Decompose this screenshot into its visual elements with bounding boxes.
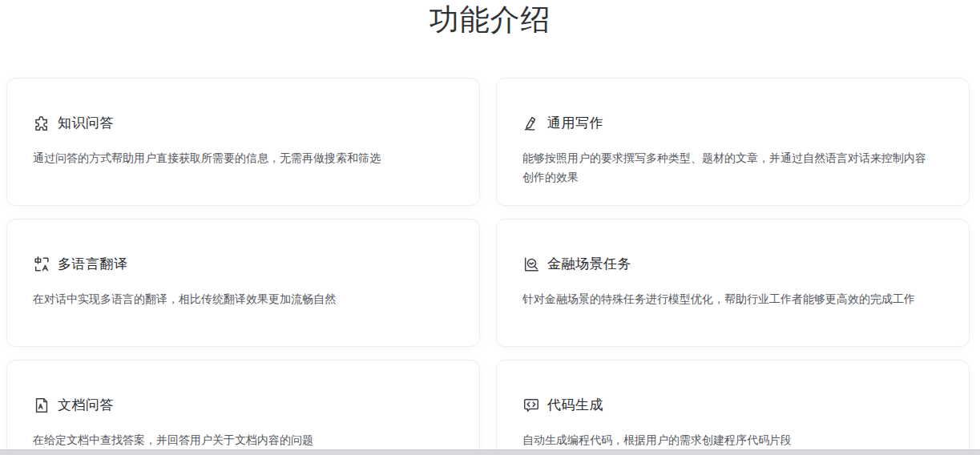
document-icon [33, 397, 50, 414]
card-title-row: 文档问答 [33, 396, 447, 414]
translate-icon [33, 256, 50, 273]
card-title-row: 知识问答 [33, 114, 447, 132]
card-title: 通用写作 [547, 114, 603, 132]
puzzle-icon [33, 115, 50, 132]
card-title-row: 金融场景任务 [522, 255, 937, 273]
card-title-row: 代码生成 [522, 396, 937, 414]
feature-card-finance-tasks: 金融场景任务 针对金融场景的特殊任务进行模型优化，帮助行业工作者能够更高效的完成… [496, 219, 970, 347]
card-title: 文档问答 [58, 396, 114, 414]
page-title: 功能介绍 [0, 0, 980, 40]
horizontal-scrollbar[interactable] [0, 449, 980, 455]
card-title-row: 通用写作 [522, 114, 937, 132]
card-title: 多语言翻译 [58, 255, 128, 273]
card-description: 在给定文档中查找答案，并回答用户关于文档内容的问题 [33, 430, 447, 449]
card-description: 自动生成编程代码，根据用户的需求创建程序代码片段 [522, 430, 937, 449]
code-icon [522, 397, 540, 414]
card-description: 针对金融场景的特殊任务进行模型优化，帮助行业工作者能够更高效的完成工作 [522, 289, 937, 308]
card-description: 在对话中实现多语言的翻译，相比传统翻译效果更加流畅自然 [33, 289, 447, 308]
card-title: 金融场景任务 [547, 255, 631, 273]
feature-card-knowledge-qa: 知识问答 通过问答的方式帮助用户直接获取所需要的信息，无需再做搜索和筛选 [6, 78, 480, 206]
feature-card-translation: 多语言翻译 在对话中实现多语言的翻译，相比传统翻译效果更加流畅自然 [6, 219, 480, 347]
card-title: 代码生成 [547, 396, 603, 414]
feature-card-general-writing: 通用写作 能够按照用户的要求撰写多种类型、题材的文章，并通过自然语言对话来控制内… [496, 78, 970, 206]
card-title-row: 多语言翻译 [33, 255, 447, 273]
pen-icon [522, 115, 540, 132]
feature-card-code-generation: 代码生成 自动生成编程代码，根据用户的需求创建程序代码片段 [496, 360, 970, 455]
feature-cards-grid: 知识问答 通过问答的方式帮助用户直接获取所需要的信息，无需再做搜索和筛选 通用写… [6, 78, 970, 455]
card-title: 知识问答 [58, 114, 114, 132]
finance-chart-icon [522, 256, 540, 273]
card-description: 通过问答的方式帮助用户直接获取所需要的信息，无需再做搜索和筛选 [33, 148, 447, 167]
feature-card-document-qa: 文档问答 在给定文档中查找答案，并回答用户关于文档内容的问题 [6, 360, 480, 455]
card-description: 能够按照用户的要求撰写多种类型、题材的文章，并通过自然语言对话来控制内容创作的效… [522, 148, 937, 187]
